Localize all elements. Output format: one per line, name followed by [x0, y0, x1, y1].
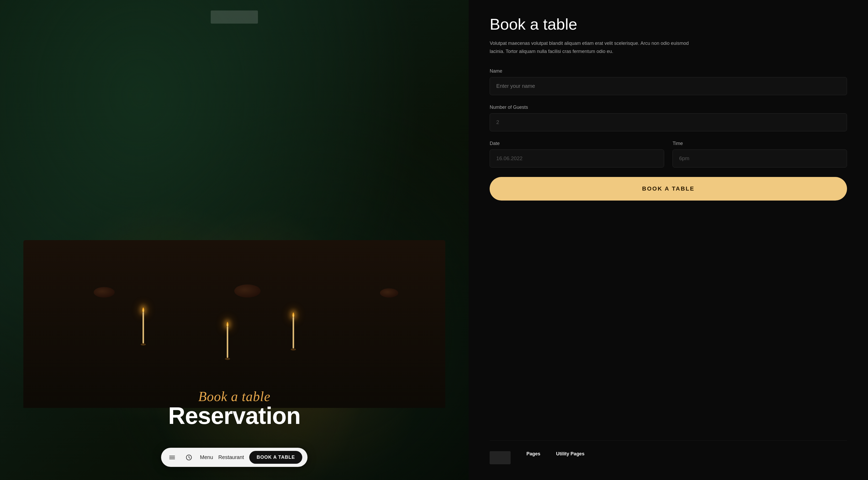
- footer-area: Pages Utility Pages: [490, 440, 847, 464]
- menu-icon-button[interactable]: [166, 452, 178, 463]
- candle-2: [225, 322, 230, 360]
- name-label: Name: [490, 68, 847, 74]
- candle-base-1: [141, 343, 146, 345]
- form-title: Book a table: [490, 16, 847, 33]
- candle-3: [291, 312, 296, 350]
- candle-1: [141, 307, 146, 345]
- form-description: Volutpat maecenas volutpat blandit aliqu…: [490, 39, 694, 55]
- nav-menu-link[interactable]: Menu: [200, 454, 213, 460]
- date-label: Date: [490, 141, 664, 146]
- footer-utility-heading: Utility Pages: [556, 451, 584, 457]
- footer-logo: [490, 451, 510, 464]
- time-field-group: Time: [673, 141, 847, 168]
- date-input[interactable]: [490, 149, 664, 168]
- clock-icon-button[interactable]: [183, 452, 195, 463]
- time-input[interactable]: [673, 149, 847, 168]
- name-input[interactable]: [490, 77, 847, 95]
- book-table-button[interactable]: BOOK A TABLE: [490, 177, 847, 201]
- hero-logo: [211, 10, 258, 24]
- date-time-row: Date Time: [490, 141, 847, 168]
- candle-flame-2: [226, 322, 228, 327]
- guests-label: Number of Guests: [490, 105, 847, 110]
- hero-text-block: Book a table Reservation: [168, 389, 301, 427]
- hamburger-icon: [169, 454, 176, 461]
- candle-flame-3: [292, 312, 294, 317]
- candle-body-2: [227, 327, 228, 358]
- hero-title: Reservation: [168, 404, 301, 427]
- nav-restaurant-link[interactable]: Restaurant: [218, 454, 244, 460]
- page-wrapper: Book a table Reservation Menu Restaurant: [0, 0, 868, 480]
- candle-body-3: [292, 317, 294, 348]
- table-surface: [23, 240, 445, 408]
- bottom-nav: Menu Restaurant BOOK A TABLE: [161, 448, 308, 467]
- date-field-group: Date: [490, 141, 664, 168]
- clock-icon: [186, 454, 192, 461]
- candle-body-1: [143, 312, 144, 343]
- guests-field-group: Number of Guests: [490, 105, 847, 131]
- name-field-group: Name: [490, 68, 847, 95]
- candle-flame-1: [142, 307, 144, 312]
- candle-base-3: [291, 348, 296, 350]
- guests-input[interactable]: [490, 113, 847, 131]
- hero-subtitle: Book a table: [168, 389, 301, 404]
- footer-utility-col: Utility Pages: [556, 451, 584, 464]
- footer-pages-col: Pages: [526, 451, 540, 464]
- candle-base-2: [225, 358, 230, 360]
- time-label: Time: [673, 141, 847, 146]
- bowl-decoration-2: [234, 284, 260, 298]
- booking-form-section: Book a table Volutpat maecenas volutpat …: [469, 0, 868, 480]
- footer-pages-heading: Pages: [526, 451, 540, 457]
- hero-section: Book a table Reservation Menu Restaurant: [0, 0, 469, 480]
- nav-book-table-button[interactable]: BOOK A TABLE: [249, 451, 302, 464]
